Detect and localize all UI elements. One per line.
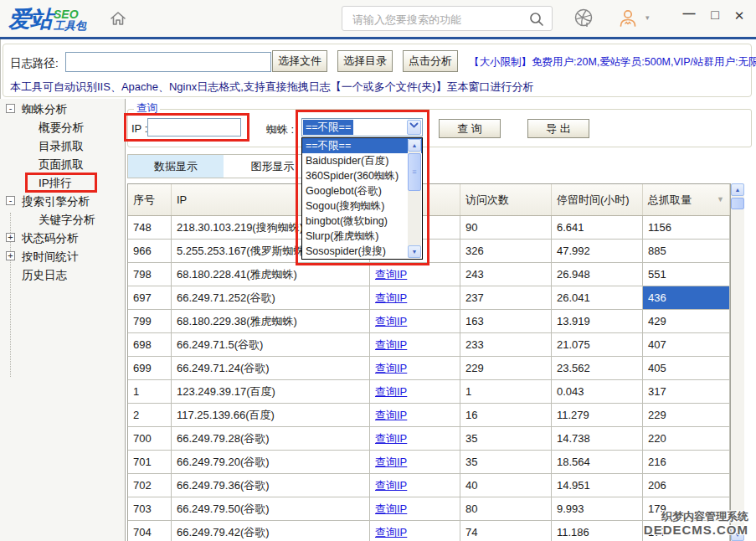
table-row[interactable]: 697 66.249.71.252(谷歌) 查询IP 237 26.041 43… xyxy=(128,286,730,310)
tree-toggle-icon[interactable]: - xyxy=(6,196,15,205)
ip-cell: 66.249.79.36(谷歌) xyxy=(172,474,370,497)
query-ip-link[interactable]: 查询IP xyxy=(375,479,407,492)
seq-cell: 703 xyxy=(128,497,172,520)
minimize-button[interactable]: — xyxy=(680,6,698,24)
function-search-box[interactable] xyxy=(342,6,553,31)
spider-option[interactable]: Sosospider(搜搜) xyxy=(302,244,422,259)
query-ip-link[interactable]: 查询IP xyxy=(375,268,407,281)
search-icon[interactable] xyxy=(528,11,545,30)
analyze-button[interactable]: 点击分析 xyxy=(403,50,458,72)
sort-arrow-icon[interactable]: ▼ xyxy=(717,184,724,215)
table-vertical-scrollbar[interactable]: ▲ ▼ xyxy=(731,183,744,541)
table-row[interactable]: 701 66.249.79.20(谷歌) 查询IP 35 18.564 216 xyxy=(128,451,730,474)
seq-cell: 704 xyxy=(128,521,172,541)
table-row[interactable]: 698 66.249.71.5(谷歌) 查询IP 233 21.075 407 xyxy=(128,333,730,357)
table-scroll-thumb[interactable] xyxy=(731,198,744,209)
dropdown-scroll-thumb[interactable] xyxy=(408,153,421,191)
tab-data-view[interactable]: 数据显示 xyxy=(127,154,224,178)
query-ip-link[interactable]: 查询IP xyxy=(375,502,407,515)
ip-cell: 123.249.39.17(百度) xyxy=(172,380,370,403)
sidebar-item[interactable]: 历史日志 xyxy=(0,266,126,285)
visits-cell: 237 xyxy=(460,286,552,309)
table-row[interactable]: 799 68.180.229.38(雅虎蜘蛛) 查询IP 163 13.919 … xyxy=(128,310,730,333)
spider-option[interactable]: ==不限== xyxy=(302,138,422,153)
query-ip-link[interactable]: 查询IP xyxy=(375,456,407,468)
sidebar-item[interactable]: 关键字分析 xyxy=(0,211,126,229)
visits-cell: 40 xyxy=(460,474,552,497)
select-dir-button[interactable]: 选择目录 xyxy=(337,50,393,72)
seq-cell: 697 xyxy=(128,286,172,309)
export-button[interactable]: 导 出 xyxy=(527,119,589,138)
search-input[interactable] xyxy=(351,9,522,29)
spider-field-label: 蜘蛛 : xyxy=(266,122,294,137)
sidebar-item[interactable]: 页面抓取 xyxy=(0,156,126,174)
table-row[interactable]: 700 66.249.79.28(谷歌) 查询IP 35 14.738 220 xyxy=(128,427,730,451)
visits-cell: 1 xyxy=(460,380,552,403)
spider-option[interactable]: Googlebot(谷歌) xyxy=(302,183,422,198)
select-file-button[interactable]: 选择文件 xyxy=(272,50,327,72)
sidebar-item-label: 关键字分析 xyxy=(39,213,95,228)
stay-cell: 23.562 xyxy=(552,357,643,379)
query-ip-link[interactable]: 查询IP xyxy=(375,432,407,445)
spider-option[interactable]: 360Spider(360蜘蛛) xyxy=(302,168,422,183)
scroll-down-icon[interactable]: ▼ xyxy=(731,528,744,541)
query-button[interactable]: 查 询 xyxy=(439,119,501,138)
sidebar-item[interactable]: 概要分析 xyxy=(0,119,126,137)
spider-option[interactable]: Baiduspider(百度) xyxy=(302,153,422,168)
seq-cell: 699 xyxy=(128,357,172,379)
chevron-down-icon[interactable] xyxy=(407,120,421,135)
header-stay-time[interactable]: 停留时间(小时) xyxy=(552,184,643,215)
table-row[interactable]: 699 66.249.71.24(谷歌) 查询IP 229 23.562 405 xyxy=(128,357,730,380)
sidebar-item-label: 目录抓取 xyxy=(39,139,84,154)
action-cell: 查询IP xyxy=(370,521,460,541)
table-row[interactable]: 703 66.249.79.50(谷歌) 查询IP 80 9.993 179 xyxy=(128,497,730,521)
spider-combobox[interactable]: ==不限== xyxy=(301,118,423,137)
scroll-up-icon[interactable]: ▲ xyxy=(408,139,421,152)
table-row[interactable]: 966 5.255.253.167(俄罗斯蜘蛛) 查询IP 326 47.992… xyxy=(128,240,730,263)
table-row[interactable]: 798 68.180.228.41(雅虎蜘蛛) 查询IP 243 26.948 … xyxy=(128,263,730,286)
query-ip-link[interactable]: 查询IP xyxy=(375,526,407,538)
sidebar-item[interactable]: - 蜘蛛分析 xyxy=(0,100,126,119)
query-ip-link[interactable]: 查询IP xyxy=(375,362,407,374)
table-row[interactable]: 2 117.25.139.66(百度) 查询IP 16 11.279 229 xyxy=(128,404,730,427)
log-path-input[interactable] xyxy=(65,52,271,72)
sidebar-item[interactable]: + 按时间统计 xyxy=(0,248,126,266)
header-visits[interactable]: 访问次数 xyxy=(460,184,552,215)
tree-toggle-icon[interactable]: - xyxy=(6,104,15,113)
spider-option[interactable]: Slurp(雅虎蜘蛛) xyxy=(302,229,422,244)
sidebar-item[interactable]: IP排行 xyxy=(0,174,126,193)
query-ip-link[interactable]: 查询IP xyxy=(375,291,407,304)
total-cell: 436 xyxy=(643,286,730,309)
table-row[interactable]: 702 66.249.79.36(谷歌) 查询IP 40 14.951 206 xyxy=(128,474,730,497)
query-ip-link[interactable]: 查询IP xyxy=(375,338,407,351)
scroll-up-icon[interactable]: ▲ xyxy=(731,183,744,196)
table-row[interactable]: 1 123.249.39.17(百度) 查询IP 1 0.043 317 xyxy=(128,380,730,404)
dropdown-scrollbar[interactable]: ▲ ▼ xyxy=(408,139,421,258)
close-button[interactable]: ✕ xyxy=(730,8,748,27)
maximize-button[interactable]: □ xyxy=(706,8,724,26)
table-row[interactable]: 748 218.30.103.219(搜狗蜘蛛) 查询IP 90 6.641 1… xyxy=(128,216,730,240)
network-ball-icon[interactable] xyxy=(573,8,594,29)
tree-toggle-icon[interactable]: + xyxy=(6,233,15,242)
query-ip-link[interactable]: 查询IP xyxy=(375,315,407,327)
scroll-down-icon[interactable]: ▼ xyxy=(408,245,421,258)
spider-option[interactable]: Sogou(搜狗蜘蛛) xyxy=(302,198,422,214)
query-ip-link[interactable]: 查询IP xyxy=(375,385,407,398)
sidebar-item[interactable]: - 搜索引擎分析 xyxy=(0,193,126,211)
spider-option[interactable]: bingbot(微软bing) xyxy=(302,214,422,229)
header-seq[interactable]: 序号 xyxy=(128,184,172,215)
ip-input[interactable] xyxy=(147,118,241,137)
ip-rank-table: 序号 IP 访问次数 停留时间(小时) 总抓取量 ▼ 748 218.30.10… xyxy=(127,183,731,541)
header-total-crawl[interactable]: 总抓取量 ▼ xyxy=(643,184,730,215)
sidebar-item[interactable]: + 状态码分析 xyxy=(0,229,126,248)
user-menu-caret-icon[interactable]: ▾ xyxy=(645,13,650,22)
table-row[interactable]: 704 66.249.79.42(谷歌) 查询IP 74 11.186 177 xyxy=(128,521,730,541)
tree-toggle-icon[interactable]: + xyxy=(6,251,15,260)
query-ip-link[interactable]: 查询IP xyxy=(375,409,407,421)
ip-cell: 66.249.79.20(谷歌) xyxy=(172,451,370,473)
home-icon[interactable] xyxy=(109,9,127,28)
stay-cell: 21.075 xyxy=(552,333,643,356)
user-account-icon[interactable] xyxy=(617,8,639,29)
sidebar-item-label: 状态码分析 xyxy=(22,231,79,246)
sidebar-item[interactable]: 目录抓取 xyxy=(0,137,126,156)
